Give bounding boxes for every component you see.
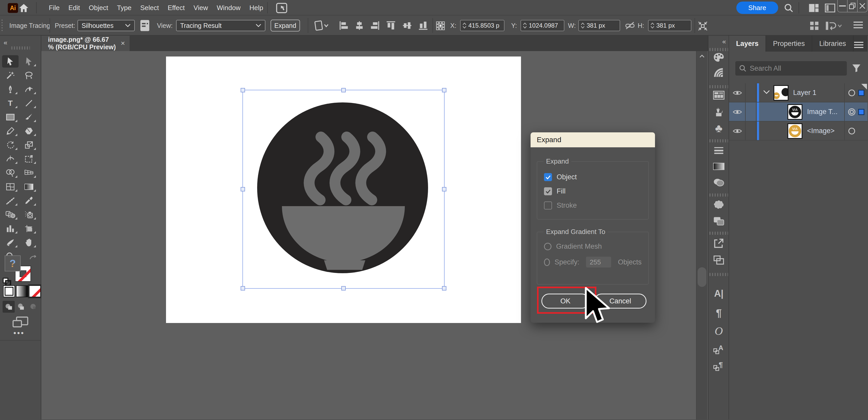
default-fill-stroke-icon[interactable] <box>3 278 11 286</box>
align-bottom-icon[interactable] <box>418 21 428 30</box>
dock-grip[interactable] <box>710 139 728 142</box>
fill-option[interactable]: Fill <box>544 187 642 195</box>
layer-name[interactable]: Image T... <box>807 108 838 116</box>
artboards-panel-icon[interactable] <box>712 253 726 267</box>
menu-view[interactable]: View <box>189 0 213 15</box>
scale-tool[interactable] <box>21 139 37 151</box>
selection-handle[interactable] <box>241 187 245 191</box>
share-button[interactable]: Share <box>736 2 778 14</box>
layer-target-icon[interactable] <box>848 90 855 96</box>
layer-row-image[interactable]: <Image> <box>729 122 867 140</box>
search-icon[interactable] <box>784 3 794 13</box>
eyedropper-tool[interactable] <box>21 195 37 207</box>
w-stepper[interactable] <box>579 21 587 31</box>
paragraph-panel-icon[interactable]: ¶ <box>712 306 726 320</box>
collapse-tools-icon[interactable]: « <box>4 39 7 47</box>
character-styles-panel-icon[interactable]: A <box>712 342 726 356</box>
appearance-panel-icon[interactable] <box>712 197 726 212</box>
layer-thumbnail[interactable] <box>787 123 802 139</box>
close-window-button[interactable] <box>857 0 867 12</box>
line-segment-tool[interactable] <box>21 97 37 109</box>
screen-mode-icon[interactable] <box>12 316 28 328</box>
paragraph-styles-panel-icon[interactable]: ¶ <box>712 359 726 373</box>
draw-behind-button[interactable] <box>15 301 27 313</box>
free-transform-tool[interactable] <box>21 153 37 165</box>
curvature-tool[interactable] <box>21 83 37 95</box>
illustrator-logo-icon[interactable]: Ai <box>8 3 18 13</box>
object-checkbox[interactable] <box>544 173 552 181</box>
object-option[interactable]: Object <box>544 173 642 181</box>
filter-icon[interactable] <box>851 63 861 73</box>
selection-handle[interactable] <box>341 88 346 92</box>
selection-handle[interactable] <box>442 88 446 92</box>
align-vcenter-icon[interactable] <box>402 21 412 30</box>
stroke-option[interactable]: Stroke <box>544 201 642 209</box>
dock-grip[interactable] <box>710 273 728 276</box>
preset-dropdown[interactable]: Silhouettes <box>78 20 135 31</box>
measure-tool[interactable] <box>2 195 19 207</box>
fill-swatch[interactable]: ? <box>5 255 21 271</box>
selection-handle[interactable] <box>442 187 446 191</box>
selection-tool[interactable] <box>2 55 19 68</box>
tab-libraries[interactable]: Libraries <box>812 36 854 52</box>
color-button[interactable] <box>3 285 15 297</box>
magic-wand-tool[interactable] <box>2 69 19 82</box>
layer-target-icon[interactable] <box>848 128 855 134</box>
layer-selection-indicator[interactable] <box>858 90 864 96</box>
menu-edit[interactable]: Edit <box>64 0 85 15</box>
workspace-switcher-icon[interactable] <box>809 4 819 12</box>
symbols-panel-icon[interactable]: ♣ <box>712 121 726 135</box>
slice-tool[interactable] <box>2 236 19 249</box>
specify-option[interactable]: Specify: 255 Objects <box>544 257 642 267</box>
home-icon[interactable] <box>19 3 29 13</box>
width-tool[interactable] <box>2 153 19 165</box>
export-panel-icon[interactable] <box>712 236 726 251</box>
h-field[interactable]: 381 px <box>648 20 691 31</box>
rectangle-tool[interactable] <box>2 111 19 123</box>
gradient-mesh-radio[interactable] <box>544 243 552 250</box>
view-dropdown[interactable]: Tracing Result <box>176 20 266 31</box>
dock-grip[interactable] <box>710 232 728 235</box>
specify-input[interactable]: 255 <box>586 257 611 267</box>
color-panel-icon[interactable] <box>712 50 726 64</box>
isolate-selection-icon[interactable] <box>697 21 708 31</box>
align-top-icon[interactable] <box>386 21 396 30</box>
draw-normal-button[interactable] <box>3 301 15 313</box>
expand-panels-icon[interactable]: « <box>722 38 726 46</box>
x-field[interactable]: 415.8503 p <box>460 20 504 31</box>
document-tab[interactable]: image.png* @ 66.67 % (RGB/CPU Preview) × <box>41 36 130 51</box>
menu-object[interactable]: Object <box>85 0 113 15</box>
pen-tool[interactable] <box>2 83 19 95</box>
menu-effect[interactable]: Effect <box>163 0 189 15</box>
specify-radio[interactable] <box>544 259 550 266</box>
arrange-documents-icon[interactable] <box>825 21 842 31</box>
rotate-tool[interactable] <box>2 139 19 151</box>
search-box[interactable] <box>735 61 847 75</box>
visibility-toggle-icon[interactable] <box>733 109 742 115</box>
selection-handle[interactable] <box>442 286 446 290</box>
layer-row-image-tracing[interactable]: Image T... <box>729 102 867 122</box>
selection-handle[interactable] <box>341 286 346 290</box>
swap-fill-stroke-icon[interactable] <box>29 254 38 262</box>
align-hcenter-icon[interactable] <box>354 21 364 30</box>
visibility-toggle-icon[interactable] <box>733 90 742 96</box>
expand-layer-icon[interactable] <box>763 90 770 94</box>
gradient-panel-icon[interactable] <box>712 159 726 173</box>
w-field[interactable]: 381 px <box>578 20 620 31</box>
character-panel-icon[interactable]: A| <box>712 286 726 301</box>
fill-checkbox[interactable] <box>544 187 552 195</box>
pencil-tool[interactable] <box>2 125 19 137</box>
menu-select[interactable]: Select <box>136 0 163 15</box>
symbol-sprayer-tool[interactable] <box>21 208 37 221</box>
control-bar-grip[interactable] <box>2 20 3 31</box>
search-input[interactable] <box>750 64 838 72</box>
expand-dialog-title[interactable]: Expand <box>531 132 655 147</box>
align-left-icon[interactable] <box>339 21 349 30</box>
y-field[interactable]: 1024.0987 <box>521 20 564 31</box>
menu-type[interactable]: Type <box>113 0 136 15</box>
selection-bounding-box[interactable] <box>242 90 444 289</box>
layer-selection-indicator[interactable] <box>858 109 864 115</box>
color-guide-panel-icon[interactable] <box>712 65 726 80</box>
x-stepper[interactable] <box>461 21 468 31</box>
h-stepper[interactable] <box>649 21 656 31</box>
